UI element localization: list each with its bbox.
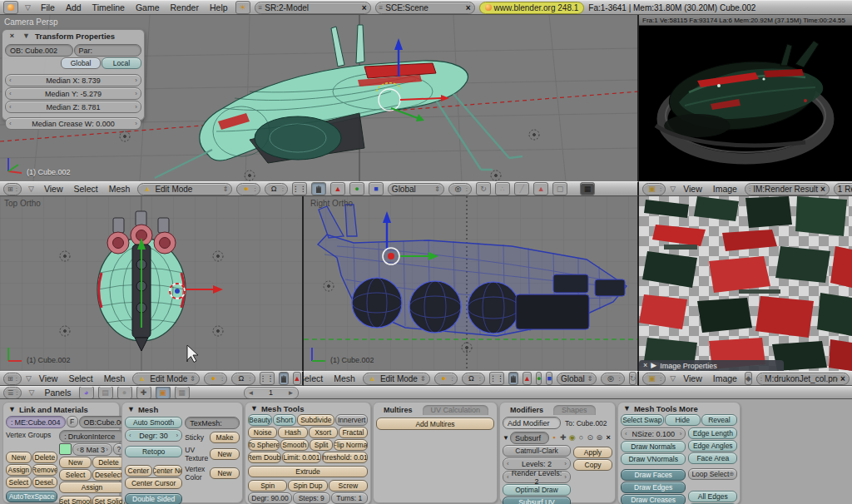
median-z-field[interactable]: ‹Median Z: 8.781› [5,101,141,113]
select-swap-button[interactable]: Select Swap [621,414,664,426]
scene-delete-icon[interactable]: × [466,3,471,12]
tab-multires[interactable]: Multires [375,405,421,415]
ob-name-field[interactable]: OB: Cube.002 [5,44,73,57]
draw-creases-button[interactable]: Draw Creases [621,494,686,504]
manipulator-hand-icon[interactable] [311,182,326,195]
collapse-panel-icon[interactable]: ▼ [21,31,32,42]
transform-properties-panel[interactable]: × ▼ Transform Properties OB: Cube.002 Pa… [2,29,145,121]
fake-user-button[interactable]: F [67,416,78,427]
vgroup-remove-button[interactable]: Remove [32,464,58,476]
render-levels-slider[interactable]: ‹Render Levels: 2› [503,471,571,483]
set-solid-button[interactable]: Set Solid [92,496,125,504]
hash-button[interactable]: Hash [278,427,307,438]
limit-slider[interactable]: Limit: 0.001 [282,452,321,463]
shading-context-icon[interactable]: ● [117,386,132,399]
scene-context-icon[interactable]: ▦ [175,386,190,399]
draw-faces-button[interactable]: Draw Faces [621,469,686,481]
editing-context-icon[interactable]: ▣ [156,386,171,399]
vertex-color-new-button[interactable]: New [210,467,240,479]
median-crease-field[interactable]: ‹Median Crease W: 0.000› [5,117,141,130]
optimal-draw-button[interactable]: Optimal Draw [503,484,571,496]
menu-mesh[interactable]: Mesh [330,373,359,383]
subsurf-uv-button[interactable]: Subsurf UV [503,497,571,504]
modifier-up-icon[interactable]: ⊙ [586,432,594,443]
snap-icon[interactable]: ⋮⋮ [260,372,275,385]
spin-degr-slider[interactable]: Degr: 90.00 [248,492,292,504]
median-x-field[interactable]: ‹Median X: 8.739› [5,74,141,86]
snap-icon[interactable]: ⋮⋮ [489,372,504,385]
mode-dropdown[interactable]: ▲ Edit Mode⇕ [132,373,200,385]
local-button[interactable]: Local [102,57,141,69]
sync-icon[interactable]: ↻ [476,182,491,195]
occlude-icon[interactable]: ▢ [552,182,567,195]
close-panel-icon[interactable]: × [7,31,17,42]
menu-image[interactable]: Image [710,184,741,194]
median-y-field[interactable]: ‹Median Y: -5.279› [5,87,141,100]
collapse-panel-icon[interactable]: ▼ [127,404,135,415]
translate-manipulator-icon[interactable]: ▲ [293,372,302,385]
mode-dropdown[interactable]: ▲ Edit Mode⇕ [137,183,232,195]
vgroup-name-field[interactable]: :DrukonInterce [59,430,125,442]
menu-select[interactable]: Select [65,373,96,383]
face-area-button[interactable]: Face Area [688,452,737,464]
editor-type-dropdown[interactable]: ▣: [642,183,666,195]
lamp-toggle-icon[interactable]: ☀ [235,1,250,14]
noise-button[interactable]: Noise [248,427,277,438]
proportional-dropdown[interactable]: Ω: [231,373,255,385]
collapse-header-icon[interactable]: ▽ [26,373,32,384]
mat-assign-button[interactable]: Assign [59,482,125,493]
collapse-panel-icon[interactable]: ▼ [8,404,16,415]
orientation-dropdown[interactable]: Global⇕ [557,373,597,385]
frame-number-field[interactable]: ◄1► [244,387,299,399]
tab-uv-calculation[interactable]: UV Calculation [423,405,489,415]
vgroup-select-button[interactable]: Select [6,477,32,488]
all-edges-button[interactable]: All Edges [688,491,737,502]
orientation-dropdown[interactable]: Global⇕ [388,183,444,195]
collapse-header-icon[interactable]: ▽ [670,373,676,384]
retopo-button[interactable]: Retopo [125,446,182,457]
extrude-button[interactable]: Extrude [248,466,368,477]
add-modifier-button[interactable]: Add Modifier [503,417,561,429]
menu-image[interactable]: Image [710,373,741,383]
xsort-button[interactable]: Xsort [309,427,338,438]
vertex-select-icon[interactable]: ∴ [495,182,510,195]
manipulator-hand-icon[interactable] [508,372,518,385]
tab-modifiers[interactable]: Modifiers [502,405,552,415]
innervert-dropdown[interactable]: Innervert [335,414,368,426]
object-context-icon[interactable]: ✚ [136,386,151,399]
mat-select-button[interactable]: Select [59,469,92,481]
manipulator-hand-icon[interactable] [279,372,289,385]
editor-type-dropdown[interactable]: ⊞: [3,373,22,385]
fractal-button[interactable]: Fractal [339,427,368,438]
draw-normals-button[interactable]: Draw Normals [621,441,686,452]
sync-icon[interactable]: ↻ [629,372,637,385]
autotexspace-button[interactable]: AutoTexSpace [6,491,57,502]
image-properties-collapsed-panel[interactable]: × ▶ Image Properties [639,360,784,371]
modifier-collapse-icon[interactable]: ▼ [503,432,509,443]
menu-game[interactable]: Game [132,2,163,12]
apply-modifier-button[interactable]: Apply [573,447,612,458]
nsize-slider[interactable]: ‹NSize: 0.100› [621,427,686,440]
steps-slider[interactable]: Steps: 9 [293,492,330,504]
translate-manipulator-icon[interactable]: ▲ [330,182,345,195]
draw-vnormals-button[interactable]: Draw VNormals [621,453,686,465]
expand-panel-icon[interactable]: ▶ [651,360,656,371]
collapse-menubar-icon[interactable]: ▽ [22,2,33,13]
sticky-make-button[interactable]: Make [210,432,240,443]
to-sphere-button[interactable]: To Sphere [248,439,280,451]
material-slot-slider[interactable]: ‹8 Mat 3› [72,443,112,456]
set-smooth-button[interactable]: Set Smoot [59,496,92,504]
modifier-realtime-toggle-icon[interactable]: ✚ [559,432,567,443]
tab-shapes[interactable]: Shapes [553,405,596,415]
center-cursor-button[interactable]: Center Cursor [125,477,182,489]
mat-deselect-button[interactable]: Deselect [92,469,125,481]
menu-help[interactable]: Help [206,2,231,12]
snap-icon[interactable]: ⋮⋮ [292,182,307,195]
image-delete-icon[interactable]: × [820,185,825,194]
pivot-dropdown[interactable]: ◎: [601,373,624,385]
proportional-dropdown[interactable]: Ω: [265,183,288,195]
collapse-header-icon[interactable]: ▽ [670,184,676,195]
menu-file[interactable]: File [37,2,58,12]
modifier-render-toggle-icon[interactable]: ▪ [550,432,558,443]
drawtype-dropdown[interactable]: ●: [236,183,260,195]
